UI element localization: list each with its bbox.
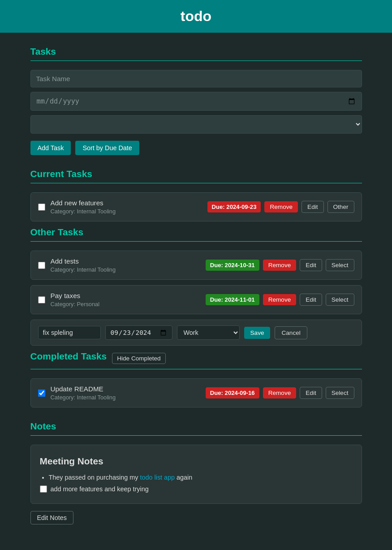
table-row: Update README Category: Internal Tooling… — [30, 378, 362, 407]
due-badge: Due: 2024-09-23 — [207, 201, 261, 212]
edit-button[interactable]: Edit — [300, 387, 322, 399]
other-tasks-divider — [30, 241, 362, 242]
task-info: Update README Category: Internal Tooling — [51, 385, 116, 401]
task-checkbox[interactable] — [38, 204, 45, 211]
notes-card-title: Meeting Notes — [40, 456, 353, 467]
list-item: They passed on purchasing my todo list a… — [49, 474, 353, 481]
edit-task-category-select[interactable]: Personal Work Internal Tooling Other — [177, 325, 240, 340]
current-tasks-title: Current Tasks — [30, 169, 362, 179]
notes-bullet-list: They passed on purchasing my todo list a… — [49, 474, 353, 481]
edit-task-name-input[interactable] — [38, 326, 101, 339]
other-button[interactable]: Other — [327, 201, 354, 213]
due-badge: Due: 2024-09-16 — [206, 387, 259, 398]
task-action-buttons: Add Task Sort by Due Date — [30, 141, 362, 155]
remove-button[interactable]: Remove — [263, 260, 297, 271]
due-badge: Due: 2024-10-31 — [206, 260, 259, 271]
sort-by-due-date-button[interactable]: Sort by Due Date — [75, 141, 139, 155]
task-info: Add new features Category: Internal Tool… — [51, 199, 116, 215]
bullet-text-before: They passed on purchasing my — [49, 474, 140, 481]
edit-button[interactable]: Edit — [302, 201, 323, 213]
remove-button[interactable]: Remove — [263, 387, 297, 398]
notes-checkbox-row: add more features and keep trying — [40, 485, 353, 493]
completed-tasks-section: Completed Tasks Hide Completed Update RE… — [30, 351, 362, 407]
current-tasks-divider — [30, 183, 362, 183]
notes-card: Meeting Notes They passed on purchasing … — [30, 445, 362, 504]
current-tasks-section: Current Tasks Add new features Category:… — [30, 169, 362, 221]
other-tasks-title: Other Tasks — [30, 227, 362, 238]
table-row: Pay taxes Category: Personal Due: 2024-1… — [30, 285, 362, 314]
completed-tasks-title: Completed Tasks — [30, 351, 107, 362]
other-tasks-section: Other Tasks Add tests Category: Internal… — [30, 227, 362, 346]
app-title: todo — [8, 8, 384, 25]
todo-list-app-link[interactable]: todo list app — [140, 474, 175, 481]
task-left: Add tests Category: Internal Tooling — [38, 257, 116, 273]
bullet-text-after: again — [175, 474, 192, 481]
task-checkbox[interactable] — [38, 296, 45, 303]
app-header: todo — [0, 0, 392, 33]
task-name: Add tests — [51, 257, 116, 265]
task-right: Due: 2024-09-23 Remove Edit Other — [207, 201, 354, 213]
hide-completed-button[interactable]: Hide Completed — [112, 353, 165, 364]
task-category: Category: Internal Tooling — [51, 266, 116, 273]
task-left: Add new features Category: Internal Tool… — [38, 199, 116, 215]
select-button[interactable]: Select — [326, 387, 354, 399]
task-right: Due: 2024-09-16 Remove Edit Select — [206, 387, 354, 399]
task-name-input[interactable] — [30, 70, 362, 87]
task-category-select[interactable]: Personal Work Internal Tooling Other — [30, 115, 362, 134]
completed-header: Completed Tasks Hide Completed — [30, 351, 362, 365]
due-badge: Due: 2024-11-01 — [206, 294, 259, 305]
task-left: Pay taxes Category: Personal — [38, 292, 100, 307]
add-task-button[interactable]: Add Task — [30, 141, 71, 155]
select-button[interactable]: Select — [326, 294, 354, 306]
remove-button[interactable]: Remove — [263, 294, 297, 305]
remove-button[interactable]: Remove — [264, 201, 298, 212]
task-category: Category: Internal Tooling — [51, 208, 116, 215]
tasks-title: Tasks — [30, 46, 362, 57]
edit-button[interactable]: Edit — [300, 294, 322, 306]
task-category: Category: Personal — [51, 301, 100, 307]
notes-title: Notes — [30, 421, 362, 432]
tasks-section: Tasks Personal Work Internal Tooling Oth… — [30, 46, 362, 155]
task-left: Update README Category: Internal Tooling — [38, 385, 116, 401]
task-right: Due: 2024-10-31 Remove Edit Select — [206, 259, 354, 271]
table-row: Add tests Category: Internal Tooling Due… — [30, 251, 362, 280]
task-name: Add new features — [51, 199, 116, 207]
notes-checkbox-label: add more features and keep trying — [51, 485, 149, 493]
task-date-input[interactable] — [30, 92, 362, 111]
select-button[interactable]: Select — [326, 259, 354, 271]
task-checkbox[interactable] — [38, 390, 45, 397]
task-category: Category: Internal Tooling — [51, 394, 116, 401]
notes-section: Notes Meeting Notes They passed on purch… — [30, 421, 362, 524]
task-right: Due: 2024-11-01 Remove Edit Select — [206, 294, 354, 306]
save-edit-button[interactable]: Save — [244, 327, 271, 339]
notes-divider — [30, 435, 362, 436]
notes-checkbox[interactable] — [40, 485, 47, 493]
task-edit-row: Personal Work Internal Tooling Other Sav… — [30, 320, 362, 346]
edit-task-date-input[interactable] — [105, 325, 172, 340]
task-info: Pay taxes Category: Personal — [51, 292, 100, 307]
completed-divider — [30, 369, 362, 369]
task-info: Add tests Category: Internal Tooling — [51, 257, 116, 273]
task-name: Pay taxes — [51, 292, 100, 299]
edit-button[interactable]: Edit — [300, 259, 322, 271]
tasks-divider — [30, 61, 362, 61]
task-checkbox[interactable] — [38, 262, 45, 269]
table-row: Add new features Category: Internal Tool… — [30, 192, 362, 221]
edit-notes-button[interactable]: Edit Notes — [30, 511, 73, 524]
cancel-edit-button[interactable]: Cancel — [275, 326, 307, 339]
task-name: Update README — [51, 385, 116, 393]
